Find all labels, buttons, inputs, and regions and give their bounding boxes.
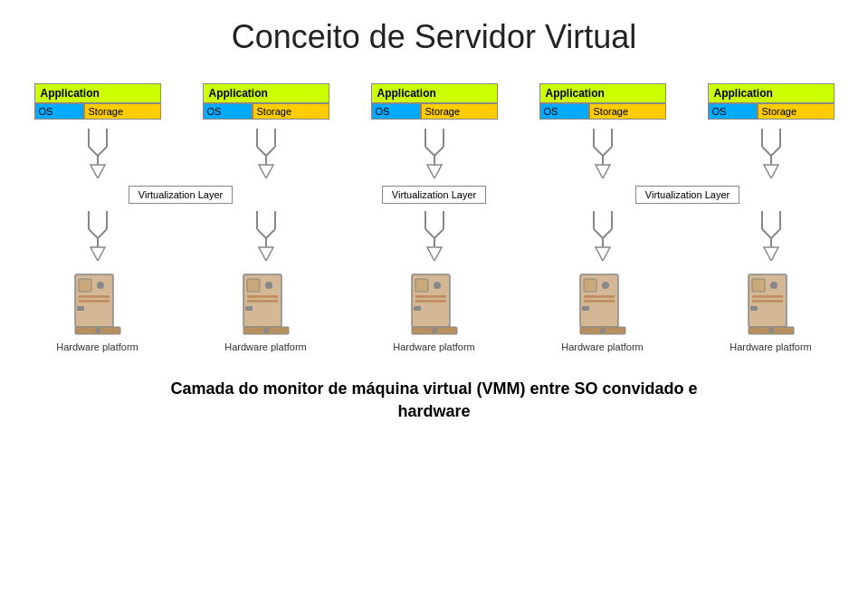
svg-line-50: [594, 229, 603, 238]
svg-line-20: [594, 147, 603, 156]
storage-box-1: Storage: [84, 103, 161, 120]
svg-point-98: [768, 328, 774, 333]
app-row: Application OS Storage Application OS St…: [14, 83, 855, 120]
virt-layer-group-2: Virtualization Layer: [362, 186, 507, 204]
os-box-3: OS: [371, 103, 421, 120]
diagram-area: Application OS Storage Application OS St…: [14, 83, 855, 352]
svg-rect-72: [247, 300, 278, 302]
app-box-4: Application: [539, 83, 666, 103]
arrow-bottom-1: [71, 211, 125, 261]
svg-rect-87: [584, 295, 615, 298]
hw-label-4: Hardware platform: [561, 341, 643, 352]
svg-point-82: [432, 328, 437, 333]
app-box-1: Application: [34, 83, 161, 103]
svg-line-57: [771, 229, 780, 238]
arrow-bottom-5: [744, 211, 798, 261]
svg-rect-91: [582, 306, 589, 311]
svg-marker-11: [259, 165, 273, 178]
hw-label-2: Hardware platform: [224, 341, 306, 352]
svg-marker-47: [427, 247, 442, 261]
svg-line-3: [98, 147, 107, 156]
svg-line-32: [89, 229, 98, 238]
svg-rect-69: [247, 279, 260, 292]
virt-layer-group-1: Virtualization Layer: [27, 186, 335, 204]
svg-marker-35: [91, 247, 105, 261]
virt-layer-label-3: Virtualization Layer: [635, 186, 739, 204]
storage-box-2: Storage: [253, 103, 329, 120]
svg-line-39: [266, 229, 275, 238]
server-icon-3: [403, 270, 466, 338]
svg-rect-79: [415, 295, 446, 298]
arrow-bottom-4: [576, 211, 630, 261]
server-icon-2: [234, 270, 298, 338]
os-box-5: OS: [708, 103, 758, 120]
hw-label-1: Hardware platform: [56, 341, 138, 352]
svg-line-38: [257, 229, 266, 238]
vm-unit-1: Application OS Storage: [25, 83, 170, 120]
svg-rect-85: [584, 279, 596, 292]
server-icon-1: [66, 270, 129, 338]
svg-marker-23: [596, 165, 610, 178]
svg-line-9: [266, 147, 275, 156]
svg-line-8: [257, 147, 266, 156]
svg-rect-80: [415, 300, 446, 302]
arrow-bottom-2: [239, 211, 293, 261]
arrow-3: [407, 129, 462, 178]
storage-box-4: Storage: [589, 103, 666, 120]
virt-layer-group-3: Virtualization Layer: [534, 186, 842, 204]
app-box-3: Application: [371, 83, 498, 103]
svg-marker-29: [764, 165, 778, 178]
svg-line-26: [762, 147, 771, 156]
svg-point-62: [97, 282, 104, 289]
svg-point-86: [602, 282, 609, 289]
vm-unit-2: Application OS Storage: [194, 83, 339, 120]
storage-box-3: Storage: [421, 103, 498, 120]
svg-line-2: [89, 147, 98, 156]
virt-layer-label-1: Virtualization Layer: [129, 186, 233, 204]
svg-point-74: [263, 328, 269, 333]
svg-point-78: [434, 282, 441, 289]
hw-unit-1: Hardware platform: [25, 270, 170, 352]
svg-line-51: [603, 229, 612, 238]
svg-rect-88: [584, 300, 615, 302]
svg-rect-83: [414, 306, 421, 311]
arrow-4: [576, 129, 630, 178]
svg-marker-53: [596, 247, 610, 261]
app-box-2: Application: [203, 83, 329, 103]
server-icon-5: [739, 270, 803, 338]
vm-unit-3: Application OS Storage: [362, 83, 507, 120]
arrows-row-2: [14, 207, 855, 264]
caption: Camada do monitor de máquina virtual (VM…: [170, 378, 697, 423]
vm-unit-4: Application OS Storage: [530, 83, 675, 120]
page-title: Conceito de Servidor Virtual: [232, 18, 637, 56]
os-box-4: OS: [539, 103, 589, 120]
svg-point-90: [600, 328, 606, 333]
os-box-1: OS: [34, 103, 84, 120]
hw-unit-5: Hardware platform: [699, 270, 844, 352]
svg-line-56: [762, 229, 771, 238]
svg-line-14: [425, 147, 434, 156]
svg-line-45: [434, 229, 444, 238]
svg-rect-99: [750, 306, 758, 311]
svg-rect-93: [752, 279, 765, 292]
hw-label-3: Hardware platform: [393, 341, 474, 352]
svg-rect-95: [752, 295, 783, 298]
svg-line-33: [98, 229, 107, 238]
hw-row: Hardware platform Hardware platform: [14, 270, 855, 352]
arrows-row-1: [14, 125, 855, 182]
svg-rect-75: [245, 306, 253, 311]
server-icon-4: [571, 270, 634, 338]
svg-marker-41: [259, 247, 273, 261]
os-box-2: OS: [203, 103, 253, 120]
hw-unit-4: Hardware platform: [530, 270, 675, 352]
svg-marker-59: [764, 247, 778, 261]
hw-label-5: Hardware platform: [730, 341, 811, 352]
svg-point-70: [265, 282, 272, 289]
svg-line-15: [434, 147, 444, 156]
hw-unit-2: Hardware platform: [194, 270, 339, 352]
virt-layer-row: Virtualization Layer Virtualization Laye…: [14, 186, 855, 204]
svg-rect-61: [79, 279, 91, 292]
svg-line-21: [603, 147, 612, 156]
arrow-5: [744, 129, 798, 178]
svg-point-94: [770, 282, 777, 289]
